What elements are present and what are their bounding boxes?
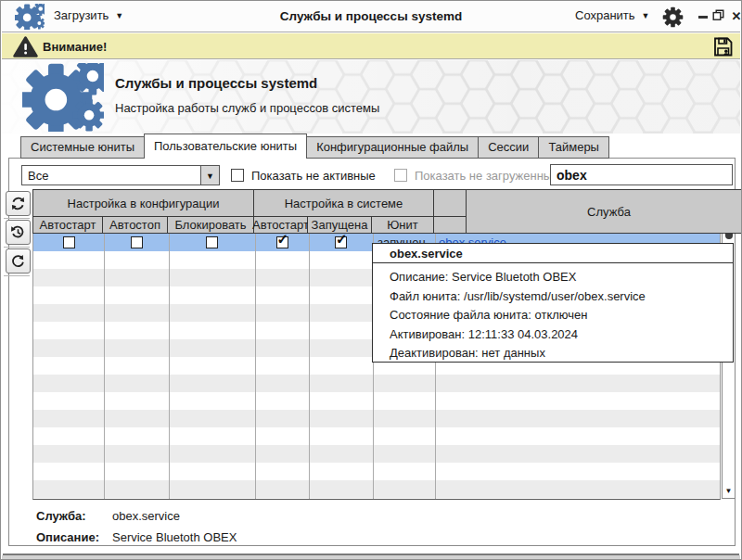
service-tooltip: obex.service Описание: Service Bluetoth …	[372, 243, 734, 363]
reload-icon	[10, 253, 26, 269]
app-window: Загрузить▼ Службы и процессы systemd Сох…	[0, 0, 742, 560]
column-divider	[309, 234, 310, 499]
banner-subtitle: Настройка работы служб и процессов систе…	[115, 101, 379, 115]
filter-combobox-value: Все	[28, 167, 48, 185]
autostart-system-checkbox[interactable]	[276, 236, 288, 248]
group-header-config: Настройка в конфигурации	[32, 189, 254, 217]
warning-text: Внимание!	[43, 40, 107, 54]
save-file-icon[interactable]	[712, 36, 734, 57]
table-row[interactable]	[33, 445, 720, 463]
autostart-config-checkbox[interactable]	[63, 236, 75, 248]
combobox-dropdown-button[interactable]: ▼	[200, 166, 219, 185]
hexagon-pattern	[2, 60, 740, 134]
tab-timers[interactable]: Таймеры	[538, 136, 609, 159]
tooltip-description: Описание: Service Bluetoth OBEX	[390, 268, 733, 287]
group-header-system: Настройка в системе	[254, 189, 434, 217]
tooltip-body: Описание: Service Bluetoth OBEX Файл юни…	[373, 263, 733, 363]
column-header-service[interactable]: Служба	[466, 189, 742, 234]
settings-gear-icon[interactable]	[662, 6, 684, 28]
column-header-autostart-system[interactable]: Автостарт	[254, 217, 308, 234]
refresh-button[interactable]	[6, 191, 31, 216]
tooltip-file-state: Состояние файла юнита: отключен	[390, 306, 733, 325]
restore-icon	[712, 9, 724, 21]
tooltip-title: obex.service	[373, 244, 733, 263]
close-icon: ✕	[732, 9, 742, 23]
window-bottom-strip	[2, 555, 740, 560]
footer-description-label: Описание:	[36, 530, 99, 544]
column-header-autostop[interactable]: Автостоп	[103, 217, 168, 234]
minimize-button[interactable]	[696, 9, 710, 24]
table-row[interactable]	[33, 498, 720, 500]
close-button[interactable]: ✕	[729, 9, 742, 24]
save-menu-button[interactable]: Сохранить▼	[575, 8, 650, 22]
autostop-checkbox[interactable]	[131, 236, 143, 248]
refresh-icon	[10, 196, 26, 211]
title-bar: Загрузить▼ Службы и процессы systemd Сох…	[2, 1, 740, 32]
column-header-autostart-config[interactable]: Автостарт	[32, 217, 103, 234]
toolbar-separator	[4, 247, 30, 248]
header-banner: Службы и процессы systemd Настройка рабо…	[2, 60, 740, 134]
tab-user-units[interactable]: Пользовательские юниты	[144, 134, 307, 159]
filter-combobox[interactable]: Все ▼	[21, 165, 220, 185]
column-divider	[104, 234, 105, 499]
warning-icon	[13, 36, 38, 57]
table-row[interactable]	[33, 392, 720, 410]
history-icon	[10, 224, 26, 240]
tab-sessions[interactable]: Сессии	[478, 136, 539, 159]
column-divider	[169, 234, 170, 499]
footer-description-value: Service Bluetoth OBEX	[112, 530, 237, 544]
table-row[interactable]	[33, 463, 720, 480]
tab-config-files[interactable]: Конфигурационные файлы	[306, 136, 479, 159]
table-row[interactable]	[33, 375, 720, 392]
show-unloaded-label: Показать не загруженные	[415, 169, 558, 183]
reload-button[interactable]	[6, 248, 31, 274]
running-checkbox[interactable]	[335, 236, 347, 248]
history-restore-button[interactable]	[6, 220, 31, 245]
maximize-button[interactable]	[712, 9, 727, 24]
column-header-block[interactable]: Блокировать	[168, 217, 254, 234]
table-row[interactable]	[33, 480, 720, 498]
column-header-running[interactable]: Запущена	[308, 217, 372, 234]
tooltip-unit-file: Файл юнита: /usr/lib/systemd/user/obex.s…	[390, 287, 733, 307]
table-row[interactable]	[33, 410, 720, 427]
footer-service-label: Служба:	[36, 509, 86, 523]
chevron-down-icon: ▼	[206, 172, 214, 181]
warning-bar: Внимание!	[2, 33, 740, 59]
column-divider	[255, 234, 256, 499]
minimize-icon	[698, 16, 708, 19]
show-inactive-label: Показать не активные	[251, 169, 376, 183]
block-checkbox[interactable]	[206, 236, 218, 248]
search-input[interactable]	[550, 164, 733, 185]
show-unloaded-checkbox[interactable]	[394, 169, 407, 182]
footer-service-value: obex.service	[112, 509, 180, 523]
tooltip-activated: Активирован: 12:11:33 04.03.2024	[390, 325, 733, 345]
table-row[interactable]	[33, 427, 720, 445]
column-header-unit[interactable]: Юнит	[372, 217, 434, 234]
toolbar-separator	[4, 218, 30, 219]
banner-title: Службы и процессы systemd	[115, 75, 317, 91]
toolbar-separator	[4, 275, 30, 276]
show-inactive-checkbox[interactable]	[231, 169, 244, 182]
chevron-down-icon: ▼	[642, 11, 650, 20]
tooltip-deactivated: Деактивирован: нет данных	[390, 344, 733, 363]
tab-system-units[interactable]: Системные юниты	[20, 136, 145, 159]
scroll-down-icon[interactable]: ▼	[723, 487, 735, 495]
save-label: Сохранить	[575, 8, 635, 22]
app-gears-logo	[22, 63, 104, 132]
tab-bar: Системные юниты Пользовательские юниты К…	[21, 134, 609, 159]
